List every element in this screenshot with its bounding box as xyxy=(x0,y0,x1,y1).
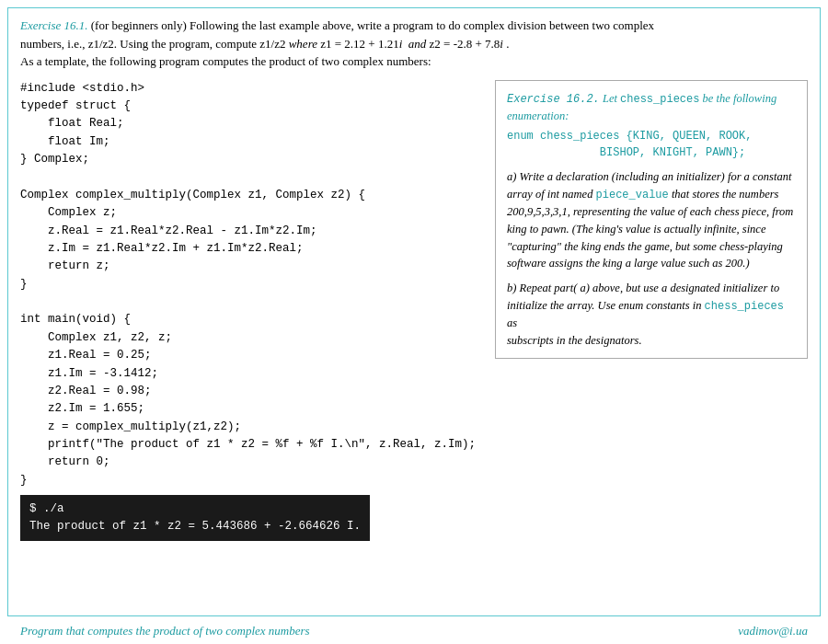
exercise2-num: Exercise 16.2. xyxy=(507,93,600,106)
exercise2-box: Exercise 16.2. Let chess_pieces be the f… xyxy=(495,80,808,360)
exercise2-enum-code: enum chess_pieces {KING, QUEEN, ROOK, BI… xyxy=(507,128,796,161)
exercise1-num: Exercise 16.1. xyxy=(20,18,88,32)
code-block: #include <stdio.h> typedef struct { floa… xyxy=(20,80,482,490)
footer-right: vadimov@i.ua xyxy=(738,624,808,638)
main-content: Exercise 16.1. (for beginners only) Foll… xyxy=(7,7,821,616)
exercise2-header: Exercise 16.2. Let chess_pieces be the f… xyxy=(507,90,796,125)
terminal-line2: The product of z1 * z2 = 5.443686 + -2.6… xyxy=(29,520,361,533)
terminal-block: $ ./a The product of z1 * z2 = 5.443686 … xyxy=(20,495,370,541)
layout-row: #include <stdio.h> typedef struct { floa… xyxy=(20,80,808,541)
code-section: #include <stdio.h> typedef struct { floa… xyxy=(20,80,482,541)
exercise1-header: Exercise 16.1. (for beginners only) Foll… xyxy=(20,17,808,71)
footer-left: Program that computes the product of two… xyxy=(20,624,310,638)
footer: Program that computes the product of two… xyxy=(7,624,821,638)
terminal-line1: $ ./a xyxy=(29,502,64,515)
exercise1-text: (for beginners only) Following the last … xyxy=(20,18,654,68)
exercise2-body: a) Write a declaration (including an ini… xyxy=(507,168,796,349)
chess-pieces-ref1: chess_pieces xyxy=(620,93,699,106)
